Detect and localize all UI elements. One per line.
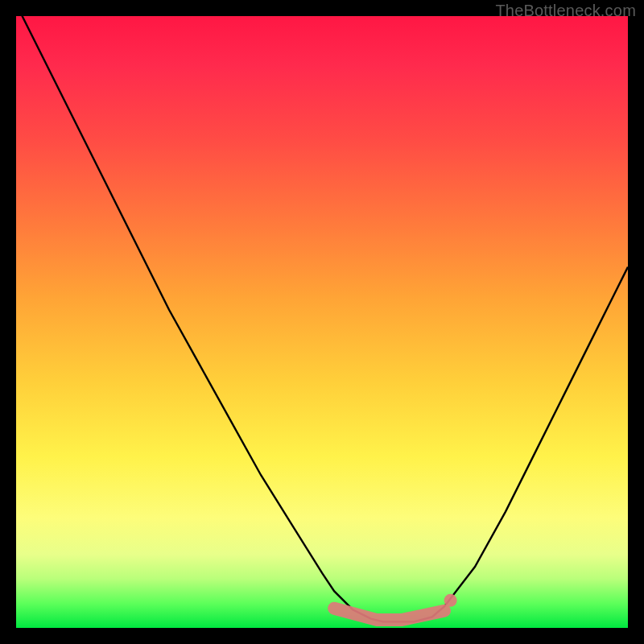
plot-area — [16, 16, 628, 628]
attribution-label: TheBottleneck.com — [495, 2, 636, 20]
chart-frame: TheBottleneck.com — [0, 0, 644, 644]
bottleneck-curve-path — [16, 4, 628, 622]
valley-highlight — [334, 609, 444, 620]
valley-highlight-dot — [444, 594, 457, 607]
bottleneck-curve-svg — [16, 16, 628, 628]
